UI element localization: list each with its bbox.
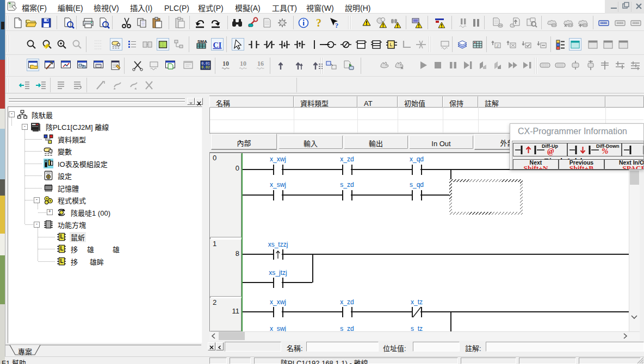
svg-text:L: L — [60, 258, 63, 264]
svg-text:0.01: 0.01 — [201, 62, 210, 66]
svg-text:16: 16 — [257, 60, 264, 67]
svg-text:?: ? — [316, 17, 321, 29]
svg-text:Z: Z — [496, 43, 499, 48]
svg-text:10: 10 — [222, 60, 229, 67]
svg-text:?: ? — [335, 21, 338, 29]
svg-text:10: 10 — [240, 60, 246, 67]
svg-text:0.02: 0.02 — [201, 66, 210, 70]
svg-text:L: L — [389, 42, 392, 47]
svg-text:L: L — [60, 234, 63, 240]
svg-text:CI: CI — [213, 40, 222, 49]
svg-text:L: L — [60, 246, 63, 252]
